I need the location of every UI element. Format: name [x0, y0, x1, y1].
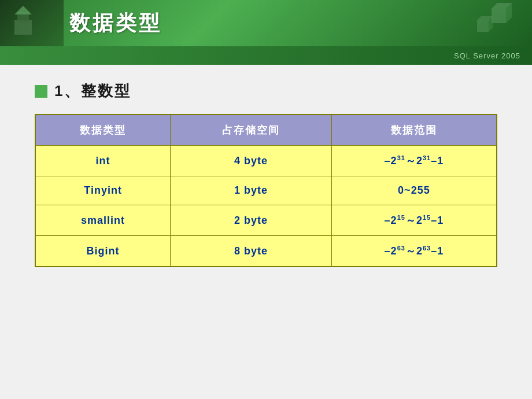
cell-type: int: [35, 146, 171, 176]
subheader-text: SQL Server 2005: [454, 51, 520, 60]
header-left-deco: [0, 0, 64, 46]
col-header-range: 数据范围: [331, 114, 497, 146]
cell-type: smallint: [35, 205, 171, 236]
cell-range: –215～215–1: [331, 205, 497, 236]
cell-storage: 8 byte: [171, 236, 332, 267]
table-header-row: 数据类型 占存储空间 数据范围: [35, 114, 497, 146]
data-table: 数据类型 占存储空间 数据范围 int4 byte–231～231–1Tinyi…: [35, 114, 497, 267]
section-title: 1、整数型: [54, 81, 131, 101]
page-title: 数据类型: [69, 9, 162, 38]
svg-rect-3: [492, 9, 506, 23]
cell-range: –263～263–1: [331, 236, 497, 267]
svg-rect-0: [14, 20, 32, 35]
subheader: SQL Server 2005: [0, 46, 532, 65]
header: 数据类型: [0, 0, 532, 46]
col-header-storage: 占存储空间: [171, 114, 332, 146]
cell-type: Tinyint: [35, 176, 171, 205]
table-row: Bigint8 byte–263～263–1: [35, 236, 497, 267]
section-bullet: [35, 85, 47, 98]
svg-rect-6: [477, 20, 489, 32]
cell-storage: 1 byte: [171, 176, 332, 205]
svg-marker-2: [14, 6, 32, 14]
header-cube-deco: [474, 3, 520, 43]
table-row: int4 byte–231～231–1: [35, 146, 497, 176]
section-heading: 1、整数型: [35, 81, 497, 101]
header-deco-image: [12, 3, 52, 43]
table-row: smallint2 byte–215～215–1: [35, 205, 497, 236]
cell-type: Bigint: [35, 236, 171, 267]
table-row: Tinyint1 byte0~255: [35, 176, 497, 205]
col-header-type: 数据类型: [35, 114, 171, 146]
cell-range: –231～231–1: [331, 146, 497, 176]
cell-range: 0~255: [331, 176, 497, 205]
main-content: 1、整数型 数据类型 占存储空间 数据范围 int4 byte–231～231–…: [0, 65, 532, 399]
cell-storage: 2 byte: [171, 205, 332, 236]
cell-storage: 4 byte: [171, 146, 332, 176]
